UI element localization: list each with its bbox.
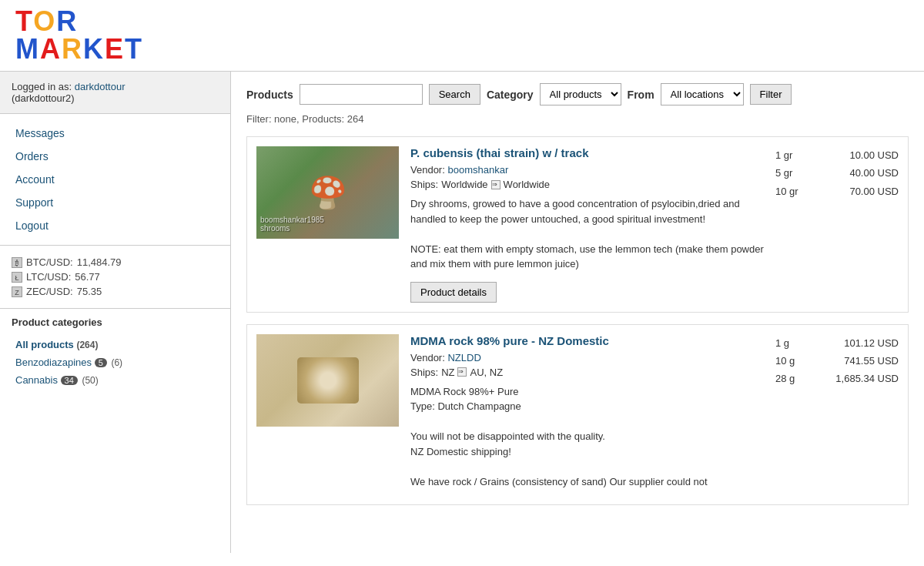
product-pricing-1: 1 gr 10.00 USD 5 gr 40.00 USD 10 gr 70.0… — [775, 146, 899, 303]
logo-r2: R — [62, 33, 83, 65]
product-watermark-1: boomshankar1985shrooms — [260, 216, 324, 233]
location-select[interactable]: All locations — [661, 83, 744, 105]
zec-label: ZEC/USD: — [26, 286, 73, 297]
ships-row-2: Ships: NZ ⇒ AU, NZ — [410, 367, 764, 378]
cat-all-count: (264) — [76, 340, 98, 350]
ships-to-1: Worldwide — [504, 179, 550, 190]
sidebar-navigation: Messages Orders Account Support Logout — [0, 114, 230, 246]
cat-benzo-badge: 5 — [95, 358, 107, 367]
main-content: Products Search Category All products Fr… — [231, 72, 924, 553]
product-vendor-2: Vendor: NZLDD — [410, 352, 764, 363]
product-image-1: boomshankar1985shrooms — [256, 146, 399, 239]
cat-benzo-label: Benzodiazapines — [15, 357, 95, 368]
logo-m: M — [15, 33, 40, 65]
price-qty-1-3: 10 gr — [775, 183, 798, 200]
price-qty-1-2: 5 gr — [775, 164, 792, 182]
price-val-2-1: 101.12 USD — [844, 334, 899, 352]
search-button[interactable]: Search — [429, 84, 480, 105]
logo-k: K — [83, 33, 105, 65]
product-desc-2: MDMA Rock 98%+ Pure Type: Dutch Champagn… — [410, 384, 764, 490]
category-select[interactable]: All products — [540, 83, 621, 105]
nav-account[interactable]: Account — [0, 168, 230, 191]
product-vendor-1: Vendor: boomshankar — [410, 164, 764, 176]
price-row-2-3: 28 g 1,685.34 USD — [775, 370, 899, 387]
zec-icon: Z — [12, 286, 22, 297]
logo-t: T — [15, 5, 33, 37]
price-row-2-2: 10 g 741.55 USD — [775, 352, 899, 370]
from-label: From — [628, 89, 654, 101]
exchange-rates: ₿ BTC/USD: 11,484.79 Ł LTC/USD: 56.77 Z … — [0, 246, 230, 309]
search-input[interactable] — [300, 84, 423, 105]
ltc-icon: Ł — [12, 272, 22, 283]
product-desc-1: Dry shrooms, growed to have a good conce… — [410, 196, 764, 272]
layout: Logged in as: darkdottour (darkdottour2)… — [0, 72, 924, 553]
price-val-1-2: 40.00 USD — [849, 164, 899, 182]
logo-t2: T — [125, 33, 143, 65]
btc-label: BTC/USD: — [26, 256, 73, 268]
ships-icon-1: ⇒ — [491, 180, 500, 189]
vendor-label-2: Vendor: — [410, 352, 445, 363]
nav-support[interactable]: Support — [0, 191, 230, 214]
price-row-1-1: 1 gr 10.00 USD — [775, 146, 899, 164]
btc-rate: ₿ BTC/USD: 11,484.79 — [12, 256, 219, 268]
logo-o: O — [33, 5, 56, 37]
ships-icon-2: ⇒ — [457, 367, 467, 377]
price-row-1-3: 10 gr 70.00 USD — [775, 183, 899, 200]
cat-benzodiazapines[interactable]: Benzodiazapines 5 (6) — [12, 353, 219, 371]
vendor-label-1: Vendor: — [410, 164, 445, 176]
price-row-1-2: 5 gr 40.00 USD — [775, 164, 899, 182]
vendor-link-1[interactable]: boomshankar — [447, 164, 508, 176]
nav-logout[interactable]: Logout — [0, 214, 230, 237]
cat-cannabis[interactable]: Cannabis 34 (50) — [12, 371, 219, 389]
cat-cannabis-badge: 34 — [61, 376, 78, 385]
nav-orders[interactable]: Orders — [0, 145, 230, 168]
cat-cannabis-count: (50) — [82, 375, 98, 386]
price-qty-1-1: 1 gr — [775, 146, 792, 164]
categories-title: Product categories — [12, 316, 219, 328]
product-card-1: boomshankar1985shrooms P. cubensis (thai… — [246, 136, 909, 313]
price-qty-2-1: 1 g — [775, 334, 789, 352]
filter-info: Filter: none, Products: 264 — [246, 113, 909, 125]
ships-from-1: Worldwide — [441, 179, 487, 190]
product-categories: Product categories All products (264) Be… — [0, 309, 230, 397]
product-title-2[interactable]: MDMA rock 98% pure - NZ Domestic — [410, 334, 764, 347]
price-row-2-1: 1 g 101.12 USD — [775, 334, 899, 352]
price-qty-2-3: 28 g — [775, 370, 795, 387]
nav-messages[interactable]: Messages — [0, 122, 230, 145]
price-val-1-3: 70.00 USD — [849, 183, 899, 200]
btc-value: 11,484.79 — [77, 256, 122, 268]
logged-in-label: Logged in as: — [12, 81, 72, 92]
ships-label-1: Ships: — [410, 179, 438, 190]
product-details-1: P. cubensis (thai strain) w / track Vend… — [410, 146, 764, 303]
zec-value: 75.35 — [77, 286, 102, 297]
price-val-1-1: 10.00 USD — [849, 146, 899, 164]
price-val-2-3: 1,685.34 USD — [835, 370, 899, 387]
ltc-rate: Ł LTC/USD: 56.77 — [12, 271, 219, 283]
price-val-2-2: 741.55 USD — [844, 352, 899, 370]
product-pricing-2: 1 g 101.12 USD 10 g 741.55 USD 28 g 1,68… — [775, 334, 899, 496]
products-label: Products — [246, 89, 293, 101]
logo: TOR MARKET — [15, 8, 909, 63]
logo-r: R — [56, 5, 78, 37]
vendor-link-2[interactable]: NZLDD — [447, 352, 480, 363]
username-secondary: (darkdottour2) — [12, 92, 75, 104]
search-bar: Products Search Category All products Fr… — [246, 83, 909, 105]
user-info: Logged in as: darkdottour (darkdottour2) — [0, 72, 230, 114]
ships-to-2: AU, NZ — [470, 367, 503, 378]
product-title-1[interactable]: P. cubensis (thai strain) w / track — [410, 146, 764, 159]
ships-label-2: Ships: — [410, 367, 438, 378]
category-label: Category — [487, 89, 534, 101]
filter-button[interactable]: Filter — [750, 84, 792, 105]
ships-row-1: Ships: Worldwide ⇒ Worldwide — [410, 179, 764, 190]
sidebar: Logged in as: darkdottour (darkdottour2)… — [0, 72, 231, 553]
username-link[interactable]: darkdottour — [75, 81, 126, 92]
zec-rate: Z ZEC/USD: 75.35 — [12, 286, 219, 297]
ltc-value: 56.77 — [75, 271, 100, 283]
product-details-btn-1[interactable]: Product details — [410, 282, 497, 303]
logo-e: E — [105, 33, 125, 65]
ltc-label: LTC/USD: — [26, 271, 71, 283]
product-details-2: MDMA rock 98% pure - NZ Domestic Vendor:… — [410, 334, 764, 496]
cat-all-products[interactable]: All products (264) — [12, 336, 219, 353]
price-qty-2-2: 10 g — [775, 352, 795, 370]
header: TOR MARKET — [0, 0, 924, 72]
